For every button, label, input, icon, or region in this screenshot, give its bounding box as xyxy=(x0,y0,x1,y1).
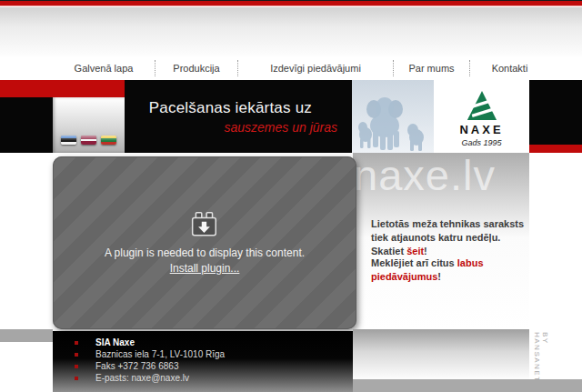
footer-area: SIA Naxe Baznicas iela 7-1, LV-1010 Rīga… xyxy=(0,329,582,392)
bullet-icon xyxy=(75,377,78,380)
company-name: SIA Naxe xyxy=(95,337,135,347)
language-switcher xyxy=(53,97,125,153)
banner-right-black xyxy=(529,80,582,145)
contact-row-company: SIA Naxe xyxy=(53,337,353,348)
promo-1-link[interactable]: šeit xyxy=(406,246,424,256)
nav-item-products[interactable]: Produkcija xyxy=(156,56,237,80)
nav-item-offers[interactable]: Izdevīgi piedāvājumi xyxy=(238,56,393,80)
banner-red-block xyxy=(0,80,125,97)
promo-1-after: ! xyxy=(424,246,427,256)
contact-row-email: E-pasts: naxe@naxe.lv xyxy=(53,372,353,384)
footer-gradient-band xyxy=(353,329,529,379)
estonia-flag-icon[interactable] xyxy=(61,136,76,145)
bullet-icon xyxy=(75,365,78,368)
banner-subtitle: sauszemes un jūras xyxy=(224,120,337,135)
nav-item-about[interactable]: Par mums xyxy=(394,56,469,80)
footer-left-gray-stripe xyxy=(0,329,53,342)
bullet-icon xyxy=(75,353,78,357)
elephants-illustration xyxy=(352,80,434,153)
promo-2-before: Meklējiet arī citus xyxy=(371,257,457,268)
top-red-bar xyxy=(0,1,582,6)
header-gradient xyxy=(0,7,582,56)
banner-title: Pacelšanas iekārtas uz xyxy=(149,99,312,117)
watermark-text: naxe.lv xyxy=(354,150,496,200)
plugin-message: A plugin is needed to display this conte… xyxy=(105,246,305,259)
banner-right-red-stripe xyxy=(529,145,582,153)
naxe-logo: NAXE Gads 1995 xyxy=(434,80,529,153)
nav-item-contacts[interactable]: Kontakti xyxy=(470,56,549,80)
contact-block: SIA Naxe Baznicas iela 7-1, LV-1010 Rīga… xyxy=(53,331,353,392)
promo-2-after: ! xyxy=(437,271,441,282)
naxe-logo-icon xyxy=(464,89,500,122)
logo-tagline: Gads 1995 xyxy=(461,138,501,147)
latvia-flag-icon[interactable] xyxy=(81,136,96,145)
lithuania-flag-icon[interactable] xyxy=(101,136,116,145)
elephants-image xyxy=(352,80,434,153)
banner-slogan-area: Pacelšanas iekārtas uz sauszemes un jūra… xyxy=(125,80,352,153)
address-text: Baznicas iela 7-1, LV-1010 Rīga xyxy=(95,349,225,359)
contact-row-address: Baznicas iela 7-1, LV-1010 Rīga xyxy=(53,348,353,360)
nav-item-home[interactable]: Galvenā lapa xyxy=(53,56,155,80)
bullet-icon xyxy=(75,341,78,345)
banner: Pacelšanas iekārtas uz sauszemes un jūra… xyxy=(0,80,582,153)
contact-row-fax: Faks +372 736 6863 xyxy=(53,360,353,372)
email-text: E-pasts: naxe@naxe.lv xyxy=(95,373,189,383)
promo-text-1: Lietotās meža tehnikas saraksts tiek atj… xyxy=(371,217,529,258)
nav-spacer xyxy=(0,56,53,80)
promo-text-2: Meklējiet arī citus labus piedāvājumus! xyxy=(371,256,529,284)
plugin-placeholder: A plugin is needed to display this conte… xyxy=(53,156,356,329)
sidebar-column: naxe.lv Lietotās meža tehnikas saraksts … xyxy=(353,153,529,329)
banner-left-black xyxy=(0,97,53,153)
footer-bottom-bar xyxy=(353,379,582,392)
main-nav: Galvenā lapa Produkcija Izdevīgi piedāvā… xyxy=(0,56,582,80)
promo-1-before: Lietotās meža tehnikas saraksts tiek atj… xyxy=(371,218,524,256)
naxe-homepage: Galvenā lapa Produkcija Izdevīgi piedāvā… xyxy=(0,0,582,392)
plugin-brick-icon xyxy=(190,211,219,238)
fax-text: Faks +372 736 6863 xyxy=(95,361,178,371)
main-content: naxe.lv Lietotās meža tehnikas saraksts … xyxy=(0,153,582,329)
logo-wordmark: NAXE xyxy=(459,123,503,136)
install-plugin-link[interactable]: Install plugin... xyxy=(170,262,240,275)
